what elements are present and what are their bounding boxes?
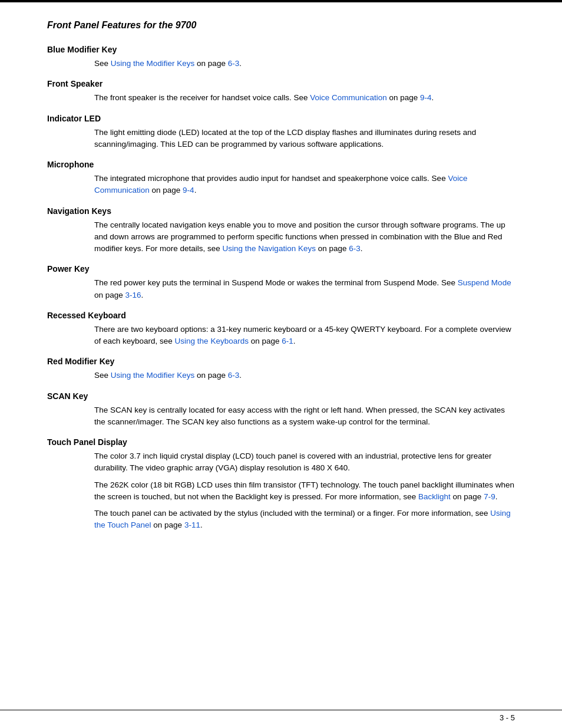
section-body-touch-panel-display: The color 3.7 inch liquid crystal displa… — [47, 450, 515, 532]
link-6-1[interactable]: 6-1 — [282, 337, 293, 345]
section-recessed-keyboard: Recessed KeyboardThere are two keyboard … — [47, 311, 515, 348]
sections-container: Blue Modifier KeySee Using the Modifier … — [47, 45, 515, 532]
section-scan-key: SCAN KeyThe SCAN key is centrally locate… — [47, 391, 515, 429]
section-heading-front-speaker: Front Speaker — [47, 79, 515, 88]
section-body-front-speaker: The front speaker is the receiver for ha… — [47, 92, 515, 104]
section-navigation-keys: Navigation KeysThe centrally located nav… — [47, 206, 515, 255]
section-heading-navigation-keys: Navigation Keys — [47, 206, 515, 216]
section-body-red-modifier-key: See Using the Modifier Keys on page 6-3. — [47, 370, 515, 381]
section-body-power-key: The red power key puts the terminal in S… — [47, 277, 515, 301]
page-title: Front Panel Features for the 9700 — [47, 20, 515, 31]
link-voice-communication[interactable]: Voice Communication — [310, 93, 387, 102]
link-3-11[interactable]: 3-11 — [184, 521, 200, 529]
link-using-the-navigation-keys[interactable]: Using the Navigation Keys — [223, 244, 316, 253]
section-heading-recessed-keyboard: Recessed Keyboard — [47, 311, 515, 320]
link-9-4[interactable]: 9-4 — [183, 186, 194, 195]
paragraph: The 262K color (18 bit RGB) LCD uses thi… — [94, 479, 515, 503]
page-number: 3 - 5 — [500, 713, 515, 722]
section-body-blue-modifier-key: See Using the Modifier Keys on page 6-3. — [47, 58, 515, 70]
link-suspend-mode[interactable]: Suspend Mode — [458, 278, 511, 287]
link-9-4[interactable]: 9-4 — [420, 93, 432, 102]
paragraph: See Using the Modifier Keys on page 6-3. — [94, 370, 515, 381]
link-6-3[interactable]: 6-3 — [228, 371, 240, 380]
link-6-3[interactable]: 6-3 — [228, 59, 240, 68]
section-heading-indicator-led: Indicator LED — [47, 114, 515, 123]
link-6-3[interactable]: 6-3 — [349, 244, 361, 253]
section-body-microphone: The integrated microphone that provides … — [47, 173, 515, 197]
section-heading-microphone: Microphone — [47, 160, 515, 169]
paragraph: The front speaker is the receiver for ha… — [94, 92, 515, 104]
section-heading-power-key: Power Key — [47, 264, 515, 274]
paragraph: The integrated microphone that provides … — [94, 173, 515, 197]
section-body-scan-key: The SCAN key is centrally located for ea… — [47, 404, 515, 429]
section-indicator-led: Indicator LEDThe light emitting diode (L… — [47, 114, 515, 151]
section-microphone: MicrophoneThe integrated microphone that… — [47, 160, 515, 197]
section-power-key: Power KeyThe red power key puts the term… — [47, 264, 515, 301]
page-container: Front Panel Features for the 9700 Blue M… — [0, 0, 562, 728]
link-using-the-modifier-keys[interactable]: Using the Modifier Keys — [111, 59, 195, 68]
paragraph: The SCAN key is centrally located for ea… — [94, 404, 515, 429]
section-heading-touch-panel-display: Touch Panel Display — [47, 437, 515, 447]
link-7-9[interactable]: 7-9 — [484, 492, 495, 501]
paragraph: The centrally located navigation keys en… — [94, 219, 515, 255]
paragraph: The color 3.7 inch liquid crystal displa… — [94, 450, 515, 475]
section-body-navigation-keys: The centrally located navigation keys en… — [47, 219, 515, 255]
link-voice-communication[interactable]: Voice Communication — [94, 174, 467, 195]
content-area: Front Panel Features for the 9700 Blue M… — [0, 2, 562, 577]
paragraph: See Using the Modifier Keys on page 6-3. — [94, 58, 515, 70]
link-using-the-keyboards[interactable]: Using the Keyboards — [175, 337, 249, 345]
paragraph: The touch panel can be activated by the … — [94, 508, 515, 532]
bottom-border — [0, 710, 562, 710]
link-using-the-modifier-keys[interactable]: Using the Modifier Keys — [111, 371, 195, 380]
paragraph: There are two keyboard options: a 31-key… — [94, 324, 515, 348]
section-body-indicator-led: The light emitting diode (LED) located a… — [47, 127, 515, 151]
section-front-speaker: Front SpeakerThe front speaker is the re… — [47, 79, 515, 104]
section-body-recessed-keyboard: There are two keyboard options: a 31-key… — [47, 324, 515, 348]
section-touch-panel-display: Touch Panel DisplayThe color 3.7 inch li… — [47, 437, 515, 532]
section-heading-blue-modifier-key: Blue Modifier Key — [47, 45, 515, 54]
section-red-modifier-key: Red Modifier KeySee Using the Modifier K… — [47, 357, 515, 381]
section-blue-modifier-key: Blue Modifier KeySee Using the Modifier … — [47, 45, 515, 70]
paragraph: The red power key puts the terminal in S… — [94, 277, 515, 301]
paragraph: The light emitting diode (LED) located a… — [94, 127, 515, 151]
link-using-the-touch-panel[interactable]: Using the Touch Panel — [94, 509, 511, 529]
link-backlight[interactable]: Backlight — [418, 492, 451, 501]
link-3-16[interactable]: 3-16 — [125, 291, 141, 299]
section-heading-scan-key: SCAN Key — [47, 391, 515, 401]
section-heading-red-modifier-key: Red Modifier Key — [47, 357, 515, 366]
